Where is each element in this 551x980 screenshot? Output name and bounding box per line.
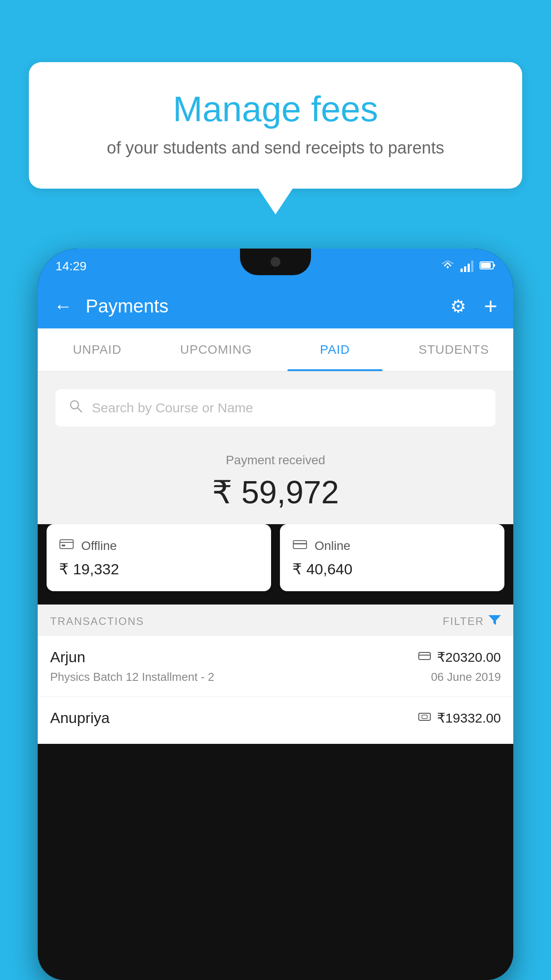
tab-students[interactable]: STUDENTS: [394, 328, 513, 371]
svg-rect-8: [293, 541, 307, 549]
notch: [240, 249, 311, 275]
offline-card: Offline ₹ 19,332: [47, 524, 271, 591]
tabs-bar: UNPAID UPCOMING PAID STUDENTS: [38, 328, 513, 371]
transaction-bottom: Physics Batch 12 Installment - 2 06 June…: [50, 670, 501, 684]
online-card-header: Online: [292, 537, 492, 554]
camera: [271, 257, 280, 267]
speech-bubble-arrow: [258, 188, 293, 214]
transaction-row[interactable]: Arjun ₹20320.00 Physics Batch 12 Install…: [38, 636, 513, 697]
svg-rect-7: [62, 545, 65, 546]
app-header: ← Payments ⚙ +: [38, 284, 513, 328]
page-title: Payments: [86, 296, 437, 317]
cash-icon: [418, 711, 431, 725]
online-amount: ₹ 40,640: [292, 560, 492, 578]
filter-row[interactable]: FILTER: [443, 613, 501, 629]
svg-rect-13: [419, 713, 430, 720]
offline-label: Offline: [81, 539, 117, 553]
card-icon: [418, 650, 431, 664]
svg-rect-2: [493, 264, 495, 267]
payment-summary: Payment received ₹ 59,972: [38, 435, 513, 524]
transaction-course: Physics Batch 12 Installment - 2: [50, 670, 214, 684]
transactions-list: Arjun ₹20320.00 Physics Batch 12 Install…: [38, 636, 513, 744]
speech-bubble-subtitle: of your students and send receipts to pa…: [64, 138, 487, 158]
offline-icon: [59, 537, 74, 554]
payment-received-label: Payment received: [47, 453, 504, 467]
transaction-amount-row-2: ₹19332.00: [418, 710, 501, 726]
transaction-top-2: Anupriya ₹19332.00: [50, 709, 501, 727]
wifi-icon: [441, 260, 454, 273]
transaction-name-2: Anupriya: [50, 709, 110, 727]
online-card: Online ₹ 40,640: [280, 524, 504, 591]
svg-marker-10: [488, 615, 501, 625]
gear-icon[interactable]: ⚙: [450, 296, 466, 316]
transaction-row[interactable]: Anupriya ₹19332.00: [38, 697, 513, 744]
transaction-amount-row: ₹20320.00: [418, 649, 501, 665]
svg-line-4: [78, 408, 82, 412]
transactions-header: TRANSACTIONS FILTER: [38, 605, 513, 636]
status-icons: [441, 260, 496, 273]
transaction-name: Arjun: [50, 648, 85, 666]
transactions-label: TRANSACTIONS: [50, 615, 144, 628]
signal-icon: [460, 261, 473, 272]
transaction-top: Arjun ₹20320.00: [50, 648, 501, 666]
speech-bubble: Manage fees of your students and send re…: [29, 62, 522, 189]
svg-rect-11: [419, 652, 430, 660]
offline-card-header: Offline: [59, 537, 259, 554]
svg-rect-1: [481, 263, 491, 268]
payment-total-amount: ₹ 59,972: [47, 474, 504, 511]
transaction-amount: ₹20320.00: [437, 649, 501, 665]
back-button[interactable]: ←: [54, 296, 72, 317]
online-icon: [292, 537, 307, 554]
svg-rect-5: [60, 540, 73, 549]
svg-rect-14: [422, 715, 427, 719]
search-bar[interactable]: Search by Course or Name: [55, 389, 496, 427]
phone-frame: 14:29: [38, 249, 513, 980]
tab-upcoming[interactable]: UPCOMING: [157, 328, 276, 371]
status-time: 14:29: [55, 259, 87, 273]
tab-paid[interactable]: PAID: [276, 328, 394, 371]
filter-label: FILTER: [443, 615, 484, 628]
add-icon[interactable]: +: [484, 293, 497, 320]
status-bar: 14:29: [38, 249, 513, 284]
speech-bubble-title: Manage fees: [64, 89, 487, 130]
filter-icon: [488, 613, 501, 629]
transaction-amount-2: ₹19332.00: [437, 710, 501, 726]
battery-icon: [480, 261, 496, 272]
online-label: Online: [315, 539, 350, 553]
tab-unpaid[interactable]: UNPAID: [38, 328, 157, 371]
transaction-date: 06 June 2019: [431, 670, 501, 684]
search-placeholder: Search by Course or Name: [92, 400, 253, 415]
payment-cards: Offline ₹ 19,332 Online ₹ 40,640: [38, 524, 513, 605]
search-icon: [69, 399, 83, 417]
offline-amount: ₹ 19,332: [59, 560, 259, 578]
speech-bubble-container: Manage fees of your students and send re…: [29, 62, 522, 214]
